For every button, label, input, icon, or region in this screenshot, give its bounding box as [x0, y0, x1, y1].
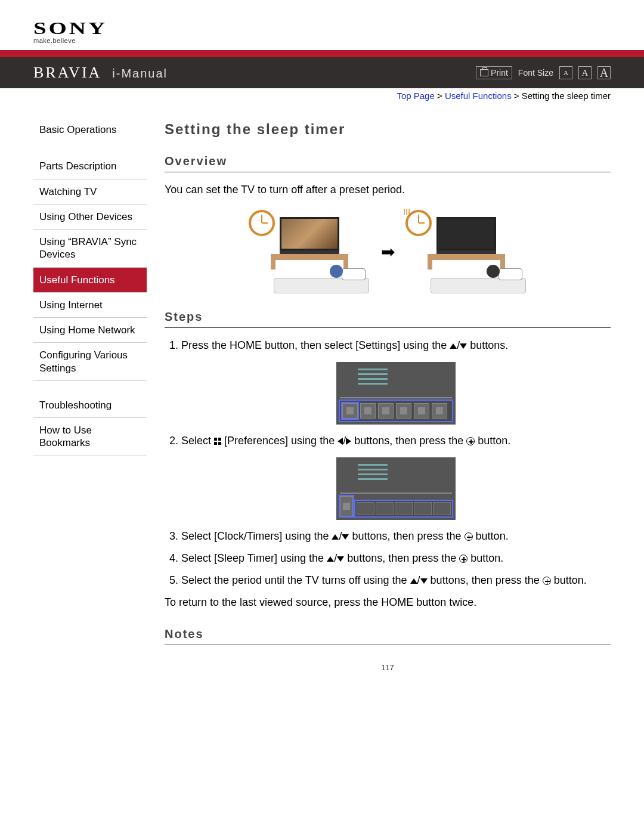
page-title: Setting the sleep timer: [165, 121, 611, 138]
sidebar-item-watching[interactable]: Watching TV: [33, 179, 147, 205]
sidebar-item-bookmarks[interactable]: How to Use Bookmarks: [33, 418, 147, 456]
enter-button-icon: [465, 532, 473, 541]
step-5: Select the period until the TV turns off…: [181, 572, 611, 589]
left-arrow-icon: [338, 438, 343, 445]
down-arrow-icon: [420, 578, 428, 584]
print-icon: [480, 69, 488, 76]
font-size-medium-button[interactable]: A: [578, 66, 592, 79]
breadcrumb-top[interactable]: Top Page: [397, 91, 434, 101]
font-size-small-button[interactable]: A: [559, 66, 572, 79]
font-size-large-button[interactable]: A: [597, 66, 611, 79]
accent-bar: [0, 50, 644, 57]
overview-illustration: ➡ ׀׀׀: [165, 210, 611, 293]
up-arrow-icon: [327, 556, 334, 562]
up-arrow-icon: [410, 578, 417, 584]
step-2: Select [Preferences] using the / buttons…: [181, 433, 611, 520]
enter-button-icon: [543, 577, 551, 585]
scene-before: [244, 210, 375, 293]
arrow-right-icon: ➡: [381, 242, 395, 262]
sidebar-item-home-network[interactable]: Using Home Network: [33, 318, 147, 343]
clock-icon: [249, 210, 275, 236]
print-label: Print: [491, 68, 508, 78]
breadcrumb-current: Setting the sleep timer: [522, 91, 611, 101]
down-arrow-icon: [337, 556, 344, 562]
sidebar-item-basic[interactable]: Basic Operations: [33, 117, 147, 142]
return-text: To return to the last viewed source, pre…: [165, 594, 611, 611]
header-bar: BRAVIA i-Manual Print Font Size A A A: [0, 57, 644, 88]
up-arrow-icon: [332, 534, 339, 540]
steps-heading: Steps: [165, 310, 611, 328]
bed-icon: [431, 266, 526, 293]
step2-figure: [181, 457, 611, 520]
sidebar-item-internet[interactable]: Using Internet: [33, 293, 147, 318]
clock-alarm-icon: [405, 210, 432, 236]
product-name: BRAVIA: [33, 64, 101, 82]
notes-heading: Notes: [165, 627, 611, 645]
overview-heading: Overview: [165, 154, 611, 172]
down-arrow-icon: [342, 534, 349, 540]
sidebar-item-useful[interactable]: Useful Functions: [33, 268, 147, 293]
scene-after: ׀׀׀: [401, 210, 532, 293]
sidebar-item-troubleshooting[interactable]: Troubleshooting: [33, 393, 147, 418]
enter-button-icon: [459, 555, 467, 563]
main-content: Setting the sleep timer Overview You can…: [165, 107, 611, 672]
breadcrumb-section[interactable]: Useful Functions: [445, 91, 512, 101]
step-4: Select [Sleep Timer] using the / buttons…: [181, 550, 611, 566]
logo-brand: SONY: [33, 18, 644, 38]
breadcrumb: Top Page > Useful Functions > Setting th…: [0, 88, 644, 101]
tv-on-icon: [280, 217, 339, 250]
sidebar-item-parts[interactable]: Parts Description: [33, 154, 147, 179]
preferences-icon: [214, 438, 221, 445]
up-arrow-icon: [450, 343, 457, 349]
sidebar-item-sync[interactable]: Using “BRAVIA” Sync Devices: [33, 230, 147, 268]
steps-list: Press the HOME button, then select [Sett…: [165, 337, 611, 589]
enter-button-icon: [466, 437, 475, 445]
sidebar: Basic Operations Parts Description Watch…: [33, 117, 147, 672]
step-1: Press the HOME button, then select [Sett…: [181, 337, 611, 425]
down-arrow-icon: [460, 343, 467, 349]
tv-off-icon: [436, 217, 496, 250]
right-arrow-icon: [346, 438, 351, 445]
font-size-label: Font Size: [518, 68, 553, 78]
logo-block: SONY make.believe: [0, 0, 644, 50]
manual-title: i-Manual: [112, 67, 168, 80]
overview-text: You can set the TV to turn off after a p…: [165, 182, 611, 198]
bed-icon: [274, 266, 369, 293]
step-3: Select [Clock/Timers] using the / button…: [181, 528, 611, 544]
sidebar-item-other-devices[interactable]: Using Other Devices: [33, 205, 147, 230]
page-number: 117: [165, 663, 611, 672]
print-button[interactable]: Print: [476, 66, 512, 79]
step1-figure: [181, 362, 611, 425]
sidebar-item-settings[interactable]: Configuring Various Settings: [33, 343, 147, 381]
